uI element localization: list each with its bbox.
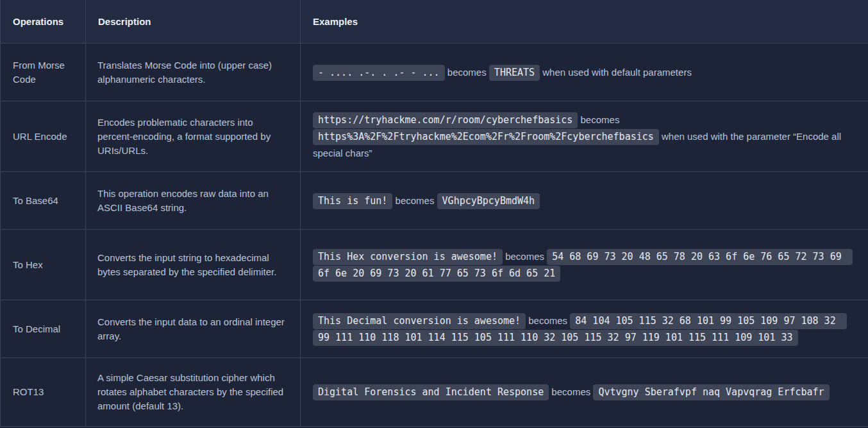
example-text: becomes [578,114,619,125]
operation-cell: ROT13 [1,358,86,427]
table-row: ROT13A simple Caesar substitution cipher… [1,358,868,427]
example-cell: This Decimal conversion is awesome! beco… [301,300,868,358]
example-text: when used with default parameters [540,67,692,78]
example-text: becomes [445,67,489,78]
header-row: Operations Description Examples [1,0,868,44]
description-cell: Converts the input string to hexadecimal… [86,230,301,300]
code-chip: THREATS [489,65,540,81]
example-text: becomes [392,195,437,206]
operation-cell: To Hex [1,230,86,300]
operation-cell: To Base64 [1,172,86,230]
description-cell: Converts the input data to an ordinal in… [86,300,301,358]
example-text: becomes [526,315,570,326]
description-cell: Translates Morse Code into (upper case) … [86,44,301,101]
operation-cell: From Morse Code [1,44,86,101]
description-cell: A simple Caesar substitution cipher whic… [86,358,301,427]
table-body: From Morse CodeTranslates Morse Code int… [1,44,868,427]
example-cell: https://tryhackme.com/r/room/cyberchefba… [301,101,868,172]
code-chip: This Hex conversion is awesome! [313,249,503,265]
code-chip: https://tryhackme.com/r/room/cyberchefba… [313,112,578,128]
table-row: To HexConverts the input string to hexad… [1,230,868,300]
code-chip: Digital Forensics and Incident Response [313,384,549,400]
operations-table: Operations Description Examples From Mor… [0,0,868,427]
code-chip: This is fun! [313,193,392,209]
table-header: Operations Description Examples [1,0,868,44]
example-cell: Digital Forensics and Incident Response … [301,358,868,427]
description-cell: Encodes problematic characters into perc… [86,101,301,172]
table-row: URL EncodeEncodes problematic characters… [1,101,868,172]
example-text: becomes [503,251,547,262]
column-header-description: Description [86,0,301,44]
example-cell: - .... .-. . .- - ... becomes THREATS wh… [301,44,868,101]
code-chip: https%3A%2F%2Ftryhackme%2Ecom%2Fr%2Froom… [313,129,659,145]
table-row: From Morse CodeTranslates Morse Code int… [1,44,868,101]
table-row: To DecimalConverts the input data to an … [1,300,868,358]
example-cell: This is fun! becomes VGhpcyBpcyBmdW4h [301,172,868,230]
code-chip: Qvtvgny Sberafvpf naq Vapvqrag Erfcbafr [593,384,829,400]
example-cell: This Hex conversion is awesome! becomes … [301,230,868,300]
column-header-examples: Examples [301,0,868,44]
example-text: becomes [549,386,593,397]
description-cell: This operation encodes raw data into an … [86,172,301,230]
operation-cell: URL Encode [1,101,86,172]
column-header-operations: Operations [1,0,86,44]
code-chip: This Decimal conversion is awesome! [313,313,526,329]
code-chip: VGhpcyBpcyBmdW4h [437,193,540,209]
table-row: To Base64This operation encodes raw data… [1,172,868,230]
code-chip: - .... .-. . .- - ... [313,65,445,81]
operation-cell: To Decimal [1,300,86,358]
